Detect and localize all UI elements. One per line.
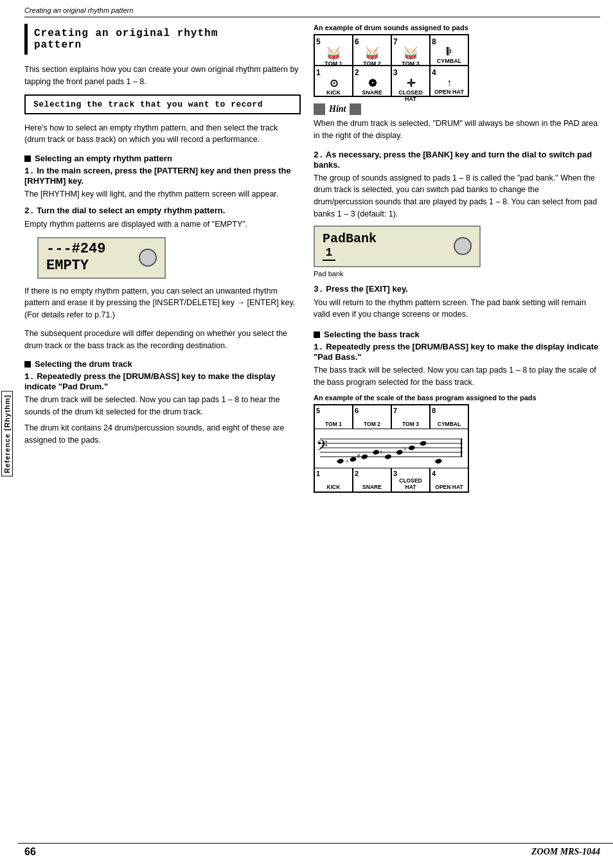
drum-step-1-body2: The drum kit contains 24 drum/percussion… <box>24 422 301 447</box>
after-lcd-text: If there is no empty rhythm pattern, you… <box>24 285 301 321</box>
svg-point-18 <box>420 440 427 446</box>
sq-bullet-1 <box>24 155 31 162</box>
bass-cell-3: 3 CLOSED HAT <box>391 468 430 492</box>
bass-top-row: 5 TOM 1 6 TOM 2 7 TOM 3 <box>314 405 468 429</box>
drum-step-2: 2. As necessary, press the [BANK] key an… <box>314 150 600 220</box>
bass-cell-5: 5 TOM 1 <box>314 405 353 429</box>
padbank-value: 1 <box>323 246 335 261</box>
staff-svg: 𝄢 ♭ # <box>315 429 468 468</box>
drum-step-3: 3. Press the [EXIT] key. You will return… <box>314 284 600 321</box>
step-1-header: 1. In the main screen, press the [PATTER… <box>24 166 301 186</box>
lcd-display: ---#249 EMPTY <box>37 237 166 279</box>
hint-icon-left <box>314 103 325 115</box>
two-column-layout: Creating an original rhythm pattern This… <box>24 24 600 493</box>
drum-cell-2: 2 ❁ SNARE <box>353 66 391 96</box>
padbank-display: PadBank 1 <box>314 226 481 267</box>
chapter-title: Creating an original rhythm pattern <box>34 28 294 51</box>
svg-point-12 <box>373 449 380 455</box>
step-2-body: Empty rhythm patterns are displayed with… <box>24 218 301 231</box>
svg-text:#: # <box>357 452 360 459</box>
sidebar: Reference [Rhythm] <box>0 0 14 868</box>
hint-row: Hint <box>314 103 600 115</box>
drum-pads-diagram: An example of drum sounds assigned to pa… <box>314 24 600 97</box>
chapter-intro: This section explains how you can create… <box>24 64 301 88</box>
svg-text:♭: ♭ <box>380 447 383 454</box>
drum-step-3-header: 3. Press the [EXIT] key. <box>314 284 600 294</box>
svg-text:♭: ♭ <box>404 445 407 452</box>
main-content: Creating an original rhythm pattern Crea… <box>18 0 613 506</box>
bass-diagram: An example of the scale of the bass prog… <box>314 394 600 493</box>
subsequent-text: The subsequent procedure will differ dep… <box>24 328 301 352</box>
page-number: 66 <box>24 846 36 858</box>
bass-cell-1: 1 KICK <box>314 468 353 492</box>
chapter-title-box: Creating an original rhythm pattern <box>24 24 301 55</box>
bass-cell-6: 6 TOM 2 <box>353 405 391 429</box>
drum-cell-3: 3 ✛ CLOSED HAT <box>391 66 430 96</box>
step-1-body: The [RHYTHM] key will light, and the rhy… <box>24 188 301 200</box>
bass-step-1-body: The bass track will be selected. Now you… <box>314 364 600 389</box>
drum-step-2-body: The group of sounds assigned to pads 1 –… <box>314 172 600 220</box>
bass-cell-7: 7 TOM 3 <box>391 405 430 429</box>
padbank-text-area: PadBank 1 <box>323 231 377 261</box>
bass-diagram-label: An example of the scale of the bass prog… <box>314 394 600 402</box>
bass-step-1: 1. Repeatedly press the [DRUM/BASS] key … <box>314 342 600 389</box>
bass-cell-8: 8 CYMBAL <box>430 405 468 429</box>
bass-cell-4: 4 OPEN HAT <box>430 468 468 492</box>
svg-point-7 <box>337 458 344 464</box>
staff-area: 𝄢 ♭ # <box>314 429 468 468</box>
sq-bullet-3 <box>314 332 320 338</box>
svg-text:♭: ♭ <box>346 456 349 463</box>
hint-icon-right <box>350 103 361 115</box>
select-track-title: Selecting the track that you want to rec… <box>33 100 292 109</box>
drum-cell-6: 6 🥁 TOM 2 <box>353 35 391 66</box>
hint-text: When the drum track is selected, "DRUM" … <box>314 118 600 142</box>
sq-bullet-2 <box>24 361 31 368</box>
padbank-circle <box>454 237 472 255</box>
drum-cell-5: 5 🥁 TOM 1 <box>314 35 353 66</box>
step-1: 1. In the main screen, press the [PATTER… <box>24 166 301 200</box>
bass-grid: 5 TOM 1 6 TOM 2 7 TOM 3 <box>314 404 469 493</box>
drum-pads-label: An example of drum sounds assigned to pa… <box>314 24 600 31</box>
sidebar-label: Reference [Rhythm] <box>1 391 13 477</box>
svg-point-11 <box>361 454 368 459</box>
lcd-text: ---#249 EMPTY <box>46 241 105 275</box>
svg-point-15 <box>396 449 403 455</box>
svg-point-14 <box>384 454 391 459</box>
drum-cell-8: 8 𝄆 CYMBAL <box>430 35 468 66</box>
svg-point-20 <box>435 458 442 464</box>
drum-cell-7: 7 🥁 TOM 3 <box>391 35 430 66</box>
empty-pattern-header: Selecting an empty rhythm pattern <box>24 154 301 163</box>
select-track-intro: Here's how to select an empty rhythm pat… <box>24 122 301 146</box>
drum-bottom-row: 1 ⊙ KICK 2 ❁ SNARE 3 ✛ <box>314 66 468 96</box>
hint-label: Hint <box>329 104 346 114</box>
bass-track-header: Selecting the bass track <box>314 330 600 339</box>
drum-cell-1: 1 ⊙ KICK <box>314 66 353 96</box>
page-container: Reference [Rhythm] Creating an original … <box>0 0 613 868</box>
left-column: Creating an original rhythm pattern This… <box>24 24 301 493</box>
right-column: An example of drum sounds assigned to pa… <box>314 24 600 493</box>
bass-step-1-header: 1. Repeatedly press the [DRUM/BASS] key … <box>314 342 600 362</box>
drum-grid: 5 🥁 TOM 1 6 🥁 TOM 2 7 🥁 <box>314 34 469 97</box>
drum-step-2-header: 2. As necessary, press the [BANK] key an… <box>314 150 600 170</box>
lcd-circle <box>139 249 157 267</box>
breadcrumb: Creating an original rhythm pattern <box>24 6 600 17</box>
drum-step-1-body1: The drum track will be selected. Now you… <box>24 394 301 418</box>
drum-track-header: Selecting the drum track <box>24 359 301 369</box>
select-track-section-box: Selecting the track that you want to rec… <box>24 94 301 114</box>
padbank-label: Pad bank <box>314 270 600 278</box>
drum-cell-4: 4 ↑ OPEN HAT <box>430 66 468 96</box>
drum-step-1: 1. Repeatedly press the [DRUM/BASS] key … <box>24 371 301 446</box>
svg-point-17 <box>408 445 415 450</box>
step-2: 2. Turn the dial to select an empty rhyt… <box>24 206 301 231</box>
drum-top-icons-row: 5 🥁 TOM 1 6 🥁 TOM 2 7 🥁 <box>314 35 468 66</box>
drum-step-3-body: You will return to the rhythm pattern sc… <box>314 297 600 321</box>
padbank-title: PadBank <box>323 231 377 246</box>
bass-cell-2: 2 SNARE <box>353 468 391 492</box>
drum-step-1-header: 1. Repeatedly press the [DRUM/BASS] key … <box>24 371 301 391</box>
svg-text:𝄢: 𝄢 <box>316 437 328 457</box>
page-footer: 66 ZOOM MRS-1044 <box>18 843 613 858</box>
bass-bottom-row: 1 KICK 2 SNARE 3 CLOSED HAT <box>314 468 468 492</box>
product-name: ZOOM MRS-1044 <box>531 847 600 857</box>
svg-point-9 <box>350 456 357 462</box>
step-2-header: 2. Turn the dial to select an empty rhyt… <box>24 206 301 216</box>
